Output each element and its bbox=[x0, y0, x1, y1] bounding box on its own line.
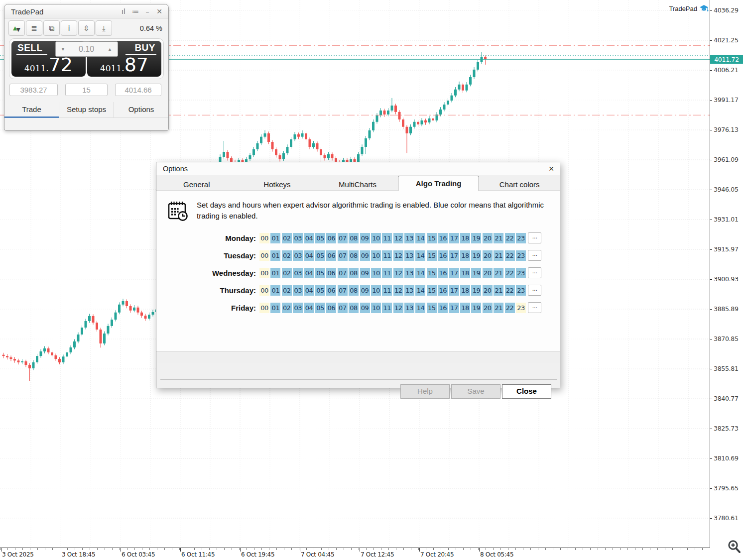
hour-cell[interactable]: 20 bbox=[483, 233, 493, 243]
high-price-field[interactable]: 4014.66 bbox=[115, 84, 161, 96]
hour-cell[interactable]: 00 bbox=[259, 268, 269, 278]
hour-cell[interactable]: 16 bbox=[438, 233, 448, 243]
hour-cell[interactable]: 20 bbox=[483, 250, 493, 261]
hour-cell[interactable]: 01 bbox=[270, 268, 280, 278]
hour-cell[interactable]: 18 bbox=[460, 285, 470, 296]
hour-cell[interactable]: 09 bbox=[360, 250, 370, 261]
dialog-close-button[interactable]: ✕ bbox=[543, 165, 560, 173]
hour-cell[interactable]: 22 bbox=[505, 233, 515, 243]
more-hours-button[interactable]: ... bbox=[528, 302, 541, 313]
close-button[interactable]: Close bbox=[502, 384, 551, 399]
hour-cell[interactable]: 23 bbox=[516, 250, 526, 261]
chart-bars-icon[interactable]: ıl bbox=[118, 7, 129, 15]
hour-cell[interactable]: 18 bbox=[460, 233, 470, 243]
hour-cell[interactable]: 00 bbox=[259, 285, 269, 296]
hour-cell[interactable]: 07 bbox=[338, 233, 348, 243]
more-hours-button[interactable]: ... bbox=[528, 267, 541, 278]
dialog-tab-general[interactable]: General bbox=[156, 178, 237, 191]
hour-cell[interactable]: 14 bbox=[415, 303, 425, 313]
hour-cell[interactable]: 18 bbox=[460, 303, 470, 313]
hour-cell[interactable]: 10 bbox=[371, 268, 381, 278]
hour-cell[interactable]: 18 bbox=[460, 268, 470, 278]
hour-cell[interactable]: 16 bbox=[438, 250, 448, 261]
hour-cell[interactable]: 06 bbox=[326, 268, 336, 278]
more-hours-button[interactable]: ... bbox=[528, 232, 541, 243]
hour-cell[interactable]: 03 bbox=[293, 303, 303, 313]
hour-cell[interactable]: 04 bbox=[304, 285, 314, 296]
hour-cell[interactable]: 17 bbox=[449, 250, 459, 261]
hour-cell[interactable]: 04 bbox=[304, 268, 314, 278]
hour-cell[interactable]: 02 bbox=[282, 285, 292, 296]
hour-cell[interactable]: 17 bbox=[449, 303, 459, 313]
hour-cell[interactable]: 17 bbox=[449, 268, 459, 278]
volume-increase-button[interactable]: ▲ bbox=[103, 47, 118, 52]
dialog-titlebar[interactable]: Options ✕ bbox=[156, 162, 560, 175]
tradepad-titlebar[interactable]: TradePad ıl≔–✕ bbox=[4, 4, 168, 19]
hour-cell[interactable]: 22 bbox=[505, 285, 515, 296]
hour-cell[interactable]: 00 bbox=[259, 250, 269, 261]
hour-cell[interactable]: 02 bbox=[282, 233, 292, 243]
hour-cell[interactable]: 12 bbox=[393, 233, 403, 243]
dialog-tab-hotkeys[interactable]: Hotkeys bbox=[237, 178, 318, 191]
hour-cell[interactable]: 15 bbox=[427, 250, 437, 261]
time-axis[interactable]: 3 Oct 20253 Oct 18:456 Oct 03:456 Oct 11… bbox=[0, 548, 710, 560]
hour-cell[interactable]: 16 bbox=[438, 303, 448, 313]
save-button[interactable]: Save bbox=[451, 384, 500, 399]
hour-cell[interactable]: 06 bbox=[326, 233, 336, 243]
hour-cell[interactable]: 03 bbox=[293, 233, 303, 243]
hour-cell[interactable]: 09 bbox=[360, 303, 370, 313]
hour-cell[interactable]: 01 bbox=[270, 303, 280, 313]
hour-cell[interactable]: 16 bbox=[438, 285, 448, 296]
hour-cell[interactable]: 06 bbox=[326, 303, 336, 313]
hour-cell[interactable]: 02 bbox=[282, 268, 292, 278]
hour-cell[interactable]: 07 bbox=[338, 250, 348, 261]
price-axis[interactable]: 4036.294021.254006.213991.173976.133961.… bbox=[710, 0, 747, 548]
hour-cell[interactable]: 15 bbox=[427, 303, 437, 313]
hour-cell[interactable]: 14 bbox=[415, 268, 425, 278]
hour-cell[interactable]: 05 bbox=[315, 285, 325, 296]
hour-cell[interactable]: 11 bbox=[382, 285, 392, 296]
hour-cell[interactable]: 21 bbox=[494, 285, 503, 296]
hour-cell[interactable]: 13 bbox=[404, 250, 414, 261]
hour-cell[interactable]: 02 bbox=[282, 250, 292, 261]
hour-cell[interactable]: 01 bbox=[270, 250, 280, 261]
hour-cell[interactable]: 15 bbox=[427, 285, 437, 296]
hour-cell[interactable]: 12 bbox=[393, 285, 403, 296]
hour-cell[interactable]: 00 bbox=[259, 303, 269, 313]
hour-cell[interactable]: 11 bbox=[382, 250, 392, 261]
hour-cell[interactable]: 10 bbox=[371, 303, 381, 313]
hour-cell[interactable]: 13 bbox=[404, 268, 414, 278]
hour-cell[interactable]: 23 bbox=[516, 233, 526, 243]
hour-cell[interactable]: 10 bbox=[371, 250, 381, 261]
hour-cell[interactable]: 12 bbox=[393, 250, 403, 261]
hour-cell[interactable]: 13 bbox=[404, 285, 414, 296]
hour-cell[interactable]: 09 bbox=[360, 268, 370, 278]
more-hours-button[interactable]: ... bbox=[528, 285, 541, 296]
hour-cell[interactable]: 01 bbox=[270, 285, 280, 296]
help-button[interactable]: Help bbox=[400, 384, 450, 399]
hour-cell[interactable]: 01 bbox=[270, 233, 280, 243]
volume-value[interactable]: 0.10 bbox=[71, 45, 103, 54]
hour-cell[interactable]: 18 bbox=[460, 250, 470, 261]
hour-cell[interactable]: 04 bbox=[304, 303, 314, 313]
hour-cell[interactable]: 12 bbox=[393, 268, 403, 278]
info-icon[interactable]: i bbox=[61, 20, 77, 36]
hour-cell[interactable]: 15 bbox=[427, 268, 437, 278]
tradepad-tab-options[interactable]: Options bbox=[114, 102, 168, 117]
close-icon[interactable]: ✕ bbox=[153, 7, 165, 15]
hour-cell[interactable]: 07 bbox=[338, 285, 348, 296]
stop-levels-icon[interactable]: ⇳ bbox=[78, 20, 95, 36]
hour-cell[interactable]: 22 bbox=[505, 303, 515, 313]
hour-cell[interactable]: 08 bbox=[349, 268, 359, 278]
hour-cell[interactable]: 05 bbox=[315, 268, 325, 278]
trailing-stop-icon[interactable]: ⤓ bbox=[96, 20, 112, 36]
hour-cell[interactable]: 17 bbox=[449, 285, 459, 296]
hour-cell[interactable]: 05 bbox=[315, 303, 325, 313]
list-menu-icon[interactable]: ≔ bbox=[129, 7, 141, 15]
hour-cell[interactable]: 20 bbox=[483, 285, 493, 296]
hour-cell[interactable]: 21 bbox=[494, 303, 503, 313]
hour-cell[interactable]: 11 bbox=[382, 233, 392, 243]
hour-cell[interactable]: 14 bbox=[415, 250, 425, 261]
hour-cell[interactable]: 02 bbox=[282, 303, 292, 313]
hour-cell[interactable]: 19 bbox=[471, 250, 481, 261]
